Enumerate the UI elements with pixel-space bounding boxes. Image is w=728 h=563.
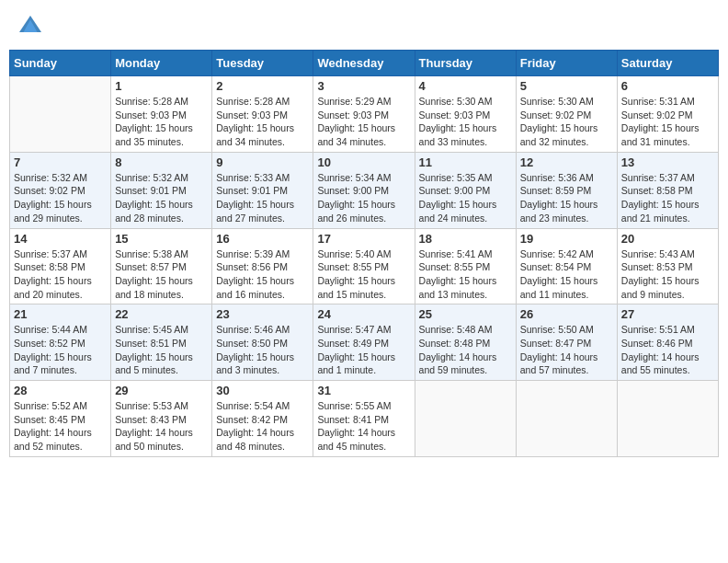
day-number: 3	[317, 79, 410, 93]
calendar-day-cell: 4Sunrise: 5:30 AM Sunset: 9:03 PM Daylig…	[415, 76, 516, 153]
day-info: Sunrise: 5:31 AM Sunset: 9:02 PM Dayligh…	[621, 95, 714, 149]
day-info: Sunrise: 5:53 AM Sunset: 8:43 PM Dayligh…	[115, 399, 208, 454]
day-info: Sunrise: 5:28 AM Sunset: 9:03 PM Dayligh…	[115, 95, 208, 149]
calendar-day-cell: 12Sunrise: 5:36 AM Sunset: 8:59 PM Dayli…	[516, 152, 617, 228]
calendar-day-cell: 27Sunrise: 5:51 AM Sunset: 8:46 PM Dayli…	[617, 304, 718, 381]
calendar-day-cell: 26Sunrise: 5:50 AM Sunset: 8:47 PM Dayli…	[516, 304, 617, 381]
calendar-day-cell: 31Sunrise: 5:55 AM Sunset: 8:41 PM Dayli…	[313, 381, 415, 457]
day-info: Sunrise: 5:51 AM Sunset: 8:46 PM Dayligh…	[621, 323, 714, 377]
day-info: Sunrise: 5:42 AM Sunset: 8:54 PM Dayligh…	[520, 247, 613, 302]
day-header-thursday: Thursday	[415, 51, 516, 76]
day-number: 14	[14, 232, 107, 246]
calendar-day-cell: 9Sunrise: 5:33 AM Sunset: 9:01 PM Daylig…	[212, 152, 313, 228]
day-number: 26	[520, 307, 613, 321]
day-number: 21	[14, 307, 107, 321]
calendar-day-cell	[10, 76, 111, 153]
day-number: 8	[115, 155, 208, 169]
calendar-day-cell: 28Sunrise: 5:52 AM Sunset: 8:45 PM Dayli…	[10, 381, 111, 457]
day-number: 4	[419, 79, 512, 93]
day-number: 20	[621, 232, 714, 246]
day-number: 7	[14, 155, 107, 169]
day-number: 5	[520, 79, 613, 93]
day-header-friday: Friday	[516, 51, 617, 76]
calendar-day-cell: 20Sunrise: 5:43 AM Sunset: 8:53 PM Dayli…	[617, 228, 718, 304]
day-number: 22	[115, 307, 208, 321]
day-info: Sunrise: 5:33 AM Sunset: 9:01 PM Dayligh…	[216, 171, 309, 225]
day-number: 23	[216, 307, 309, 321]
calendar-week-row: 28Sunrise: 5:52 AM Sunset: 8:45 PM Dayli…	[10, 381, 719, 457]
calendar-day-cell: 8Sunrise: 5:32 AM Sunset: 9:01 PM Daylig…	[111, 152, 212, 228]
calendar-day-cell: 21Sunrise: 5:44 AM Sunset: 8:52 PM Dayli…	[10, 304, 111, 381]
day-info: Sunrise: 5:46 AM Sunset: 8:50 PM Dayligh…	[216, 323, 309, 377]
day-number: 29	[115, 384, 208, 397]
day-number: 11	[419, 155, 512, 169]
day-info: Sunrise: 5:28 AM Sunset: 9:03 PM Dayligh…	[216, 95, 309, 149]
calendar-day-cell: 11Sunrise: 5:35 AM Sunset: 9:00 PM Dayli…	[415, 152, 516, 228]
day-header-tuesday: Tuesday	[212, 51, 313, 76]
day-info: Sunrise: 5:37 AM Sunset: 8:58 PM Dayligh…	[621, 171, 714, 225]
day-info: Sunrise: 5:38 AM Sunset: 8:57 PM Dayligh…	[115, 247, 208, 302]
calendar-day-cell: 30Sunrise: 5:54 AM Sunset: 8:42 PM Dayli…	[212, 381, 313, 457]
calendar-day-cell: 25Sunrise: 5:48 AM Sunset: 8:48 PM Dayli…	[415, 304, 516, 381]
day-info: Sunrise: 5:30 AM Sunset: 9:03 PM Dayligh…	[419, 95, 512, 149]
day-number: 30	[216, 384, 309, 397]
page-header	[9, 9, 719, 44]
day-number: 17	[317, 232, 410, 246]
day-info: Sunrise: 5:52 AM Sunset: 8:45 PM Dayligh…	[14, 399, 107, 454]
calendar-day-cell: 22Sunrise: 5:45 AM Sunset: 8:51 PM Dayli…	[111, 304, 212, 381]
calendar-day-cell: 14Sunrise: 5:37 AM Sunset: 8:58 PM Dayli…	[10, 228, 111, 304]
calendar-day-cell: 29Sunrise: 5:53 AM Sunset: 8:43 PM Dayli…	[111, 381, 212, 457]
calendar-day-cell: 13Sunrise: 5:37 AM Sunset: 8:58 PM Dayli…	[617, 152, 718, 228]
logo	[17, 13, 48, 40]
day-number: 31	[317, 384, 410, 397]
day-number: 19	[520, 232, 613, 246]
calendar-day-cell	[415, 381, 516, 457]
day-info: Sunrise: 5:48 AM Sunset: 8:48 PM Dayligh…	[419, 323, 512, 377]
calendar-day-cell: 7Sunrise: 5:32 AM Sunset: 9:02 PM Daylig…	[10, 152, 111, 228]
day-info: Sunrise: 5:40 AM Sunset: 8:55 PM Dayligh…	[317, 247, 410, 302]
calendar-week-row: 21Sunrise: 5:44 AM Sunset: 8:52 PM Dayli…	[10, 304, 719, 381]
calendar-day-cell: 23Sunrise: 5:46 AM Sunset: 8:50 PM Dayli…	[212, 304, 313, 381]
day-info: Sunrise: 5:41 AM Sunset: 8:55 PM Dayligh…	[419, 247, 512, 302]
calendar-table: SundayMondayTuesdayWednesdayThursdayFrid…	[9, 50, 719, 457]
day-info: Sunrise: 5:54 AM Sunset: 8:42 PM Dayligh…	[216, 399, 309, 454]
day-number: 1	[115, 79, 208, 93]
day-info: Sunrise: 5:32 AM Sunset: 9:01 PM Dayligh…	[115, 171, 208, 225]
day-info: Sunrise: 5:50 AM Sunset: 8:47 PM Dayligh…	[520, 323, 613, 377]
day-number: 28	[14, 384, 107, 397]
day-number: 12	[520, 155, 613, 169]
calendar-day-cell: 2Sunrise: 5:28 AM Sunset: 9:03 PM Daylig…	[212, 76, 313, 153]
calendar-day-cell: 3Sunrise: 5:29 AM Sunset: 9:03 PM Daylig…	[313, 76, 415, 153]
day-number: 13	[621, 155, 714, 169]
day-header-sunday: Sunday	[10, 51, 111, 76]
day-info: Sunrise: 5:30 AM Sunset: 9:02 PM Dayligh…	[520, 95, 613, 149]
logo-icon	[17, 13, 44, 40]
day-number: 16	[216, 232, 309, 246]
calendar-week-row: 14Sunrise: 5:37 AM Sunset: 8:58 PM Dayli…	[10, 228, 719, 304]
day-number: 10	[317, 155, 410, 169]
day-info: Sunrise: 5:32 AM Sunset: 9:02 PM Dayligh…	[14, 171, 107, 225]
day-number: 9	[216, 155, 309, 169]
day-header-saturday: Saturday	[617, 51, 718, 76]
day-info: Sunrise: 5:34 AM Sunset: 9:00 PM Dayligh…	[317, 171, 410, 225]
calendar-day-cell: 1Sunrise: 5:28 AM Sunset: 9:03 PM Daylig…	[111, 76, 212, 153]
day-number: 6	[621, 79, 714, 93]
calendar-week-row: 7Sunrise: 5:32 AM Sunset: 9:02 PM Daylig…	[10, 152, 719, 228]
calendar-week-row: 1Sunrise: 5:28 AM Sunset: 9:03 PM Daylig…	[10, 76, 719, 153]
day-number: 18	[419, 232, 512, 246]
day-info: Sunrise: 5:55 AM Sunset: 8:41 PM Dayligh…	[317, 399, 410, 454]
calendar-day-cell: 15Sunrise: 5:38 AM Sunset: 8:57 PM Dayli…	[111, 228, 212, 304]
day-number: 27	[621, 307, 714, 321]
calendar-day-cell	[516, 381, 617, 457]
calendar-header-row: SundayMondayTuesdayWednesdayThursdayFrid…	[10, 51, 719, 76]
day-header-monday: Monday	[111, 51, 212, 76]
calendar-day-cell: 24Sunrise: 5:47 AM Sunset: 8:49 PM Dayli…	[313, 304, 415, 381]
calendar-day-cell: 16Sunrise: 5:39 AM Sunset: 8:56 PM Dayli…	[212, 228, 313, 304]
day-info: Sunrise: 5:43 AM Sunset: 8:53 PM Dayligh…	[621, 247, 714, 302]
calendar-day-cell	[617, 381, 718, 457]
day-info: Sunrise: 5:45 AM Sunset: 8:51 PM Dayligh…	[115, 323, 208, 377]
day-info: Sunrise: 5:37 AM Sunset: 8:58 PM Dayligh…	[14, 247, 107, 302]
day-info: Sunrise: 5:35 AM Sunset: 9:00 PM Dayligh…	[419, 171, 512, 225]
day-number: 25	[419, 307, 512, 321]
day-number: 15	[115, 232, 208, 246]
